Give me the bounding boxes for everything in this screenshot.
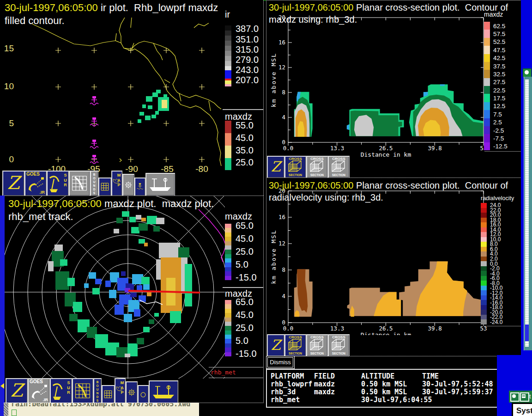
satellite-echo [138,119,141,123]
radar-echo [92,288,100,294]
radar-echo [156,259,161,280]
satellite-echo [155,111,159,115]
cross-section-button-3[interactable]: CROSSSECTION [328,334,350,356]
table-cell: 30-Jul-97,5:52:48 [422,380,493,388]
timestamp: 30-jul-1997,06:05:00 [8,198,102,209]
zebra-logo-button[interactable]: Z [267,156,284,178]
x-axis-label: Distance in km [361,151,411,158]
grid-radar-button[interactable] [72,378,93,404]
y-tick-label: 16 [278,39,285,46]
titlebar-circle-button[interactable] [510,392,520,402]
gear-button[interactable] [122,174,134,196]
zebra-logo-button[interactable]: Z [2,171,24,196]
table-header-cell: TIME [422,372,439,380]
radar-echo [178,247,189,257]
colorbar-tick-label: 5.0 [236,259,248,270]
buoy-button[interactable] [134,177,145,196]
svg-text:Z: Z [271,337,283,353]
radar-echo [48,261,54,271]
timestamp: 30-jul-1997,06:05:00 [269,180,353,190]
xs1-title-line2: maxdz using: rhb_3d. [269,14,357,25]
ir-map-canvas[interactable]: 151050-100-95-90-85-80 [0,0,222,196]
table-cell: 0.50 km MSL [361,388,407,396]
radar-echo [89,272,96,279]
radar-echo [147,216,157,224]
colorbar-tick-label: 315.0 [236,44,259,55]
grid-plus-mark [163,157,169,162]
radar-echo [130,293,137,297]
terminal-grip[interactable] [4,403,8,416]
radar-echo [69,314,78,321]
scrollbar-track[interactable] [525,80,529,347]
panel-cross-section-maxdz: 1612840200.013.326.539.853Distance in km… [266,0,522,178]
colorbar [484,22,490,150]
radar-echo [147,292,151,296]
terminal-window[interactable]: rain:beaufait:153>xdump.all 970730.0605.… [4,403,199,416]
xs2-title-line2: radialvelocity using: rhb_3d. [269,192,383,203]
colorbar-tick-label: 65.0 [236,297,254,307]
x-axis-label: Distance in km [361,331,411,335]
cross-section-button-3[interactable]: CROSSSECTION [328,156,350,178]
radar-echo [137,285,142,291]
panel-cross-section-radialvelocity: 1612840200.013.326.539.853Distance in km… [266,177,522,356]
cross-section-button-2[interactable]: CROSSSECTION [306,334,328,356]
cross-section-button-1[interactable]: CROSSSECTION [284,156,306,178]
satellite-echo [162,100,167,108]
map-button[interactable]: M A P [111,171,122,196]
map-button[interactable]: M A P [115,378,126,404]
button-label: SECTION [307,352,327,355]
surveillance-radar-button[interactable]: S U R [47,171,69,196]
colorbar-tick-label: 62.5 [493,22,505,29]
goes-ir-button[interactable]: GOES.IR [28,378,50,404]
window-edge-arrow-icon [0,383,4,389]
goes-ir-button[interactable]: GOES.IR [24,171,47,196]
y-tick-label: 8 [282,89,285,96]
grid-button[interactable] [102,385,115,404]
zebra-logo-button[interactable]: Z [6,378,28,404]
bounds-button[interactable]: B O U N D S [90,171,98,196]
colorbar-tick-label: 7.5 [493,110,502,117]
bounds-button[interactable]: B O U N D S [93,378,102,404]
colorbar-tick-label: -12.5 [493,143,508,150]
ir-panel-title: 30-jul-1997,06:05:00 ir plot. Rhb_lowprf… [5,2,218,14]
circle-button[interactable] [138,385,149,404]
window-radio-icon[interactable] [523,68,532,77]
y-tick-label: 12 [278,64,285,71]
radar-echo [141,277,150,284]
grid-plus-mark [163,121,169,126]
cross-section-button-1[interactable]: CROSSSECTION [284,334,306,356]
cross-section-button-2[interactable]: CROSSSECTION [306,156,328,178]
zebra-logo-button[interactable]: Z [267,334,284,356]
radar-echo [143,284,150,290]
radar-echo [159,243,180,258]
grid-plus-mark [128,84,133,90]
colorbar-tick-label: -24.0 [490,319,502,325]
titlebar-document-button[interactable] [520,392,529,402]
grid-radar-button[interactable] [69,171,90,196]
colorbar-tick-label: 45.0 [236,233,254,244]
dismiss-button[interactable]: Dismiss [267,357,293,367]
colorbar-tick-label: 207.0 [236,75,259,86]
colorbar [225,25,231,86]
radar-ppi-canvas[interactable] [5,196,225,379]
colorbar-tick-label: -15.0 [236,349,257,359]
radar-echo [109,290,116,298]
surveillance-radar-button[interactable]: S U R [50,378,72,404]
grid-plus-mark [128,157,133,162]
grid-plus-mark [91,84,97,90]
button-label: GOES [30,379,43,384]
grid-button[interactable] [98,177,111,196]
platform-status-table: PLATFORMFIELDALTITUDETIMErhb_lowprfmaxdz… [266,369,499,408]
gear-button[interactable] [126,381,138,404]
colorbar-tick-label: 42.5 [493,55,505,61]
ship-button[interactable] [149,380,178,404]
radar-echo [95,279,102,284]
satellite-echo [142,104,146,108]
button-label: CROSS [328,336,349,339]
colorbar-title: maxdz [484,11,503,18]
colorbar-tick-label: 351.0 [236,34,259,45]
ship-button[interactable] [145,173,175,196]
coastline [120,159,121,162]
scrollbar-thumb[interactable] [525,324,529,341]
button-label: GOES [26,172,40,177]
